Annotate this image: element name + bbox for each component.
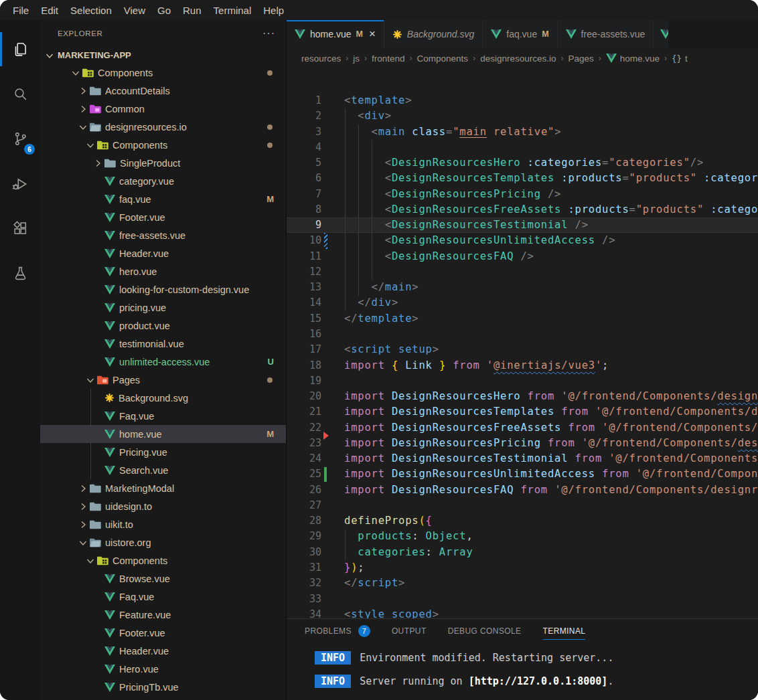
folder-icon xyxy=(90,483,101,493)
run-debug-icon xyxy=(11,175,29,193)
tree-item-uistore.org[interactable]: uistore.org xyxy=(40,533,286,551)
indent-guide xyxy=(358,124,359,296)
menu-go[interactable]: Go xyxy=(151,5,177,16)
vue-file-icon xyxy=(566,29,577,39)
breadcrumb-item[interactable]: resources xyxy=(301,54,341,64)
tree-item-product.vue[interactable]: product.vue xyxy=(40,317,286,335)
tree-item-free-assets.vue[interactable]: free-assets.vue xyxy=(40,226,286,244)
vue-file-icon xyxy=(104,466,115,475)
breadcrumb-separator: › xyxy=(599,54,601,63)
activity-source-control[interactable]: 6 xyxy=(0,116,40,161)
tree-item-faq.vue[interactable]: Faq.vue xyxy=(40,407,286,425)
panel-tab-terminal[interactable]: TERMINAL xyxy=(543,619,586,643)
git-modified-dot xyxy=(267,70,273,76)
code-line-25: 25import DesignResourcesUnlimitedAccess … xyxy=(287,466,758,482)
extensions-icon xyxy=(12,220,29,237)
tree-item-uikit.to[interactable]: uikit.to xyxy=(40,515,286,533)
menu-terminal[interactable]: Terminal xyxy=(208,5,258,16)
tree-item-home.vue[interactable]: home.vueM xyxy=(40,425,286,443)
folder-open-icon xyxy=(90,122,101,132)
panel-tab-debug-console[interactable]: DEBUG CONSOLE xyxy=(448,619,522,643)
git-status-badge: U xyxy=(268,357,274,367)
tree-item-footer.vue[interactable]: Footer.vue xyxy=(40,624,286,642)
line-number: 13 xyxy=(287,280,321,295)
tree-item-designresources.io[interactable]: designresources.io xyxy=(40,118,286,136)
tab-home.vue[interactable]: home.vueM× xyxy=(287,20,384,48)
explorer-sidebar: EXPLORER ··· MARKETING-APP ComponentsAcc… xyxy=(40,20,287,700)
terminal-output[interactable]: INFOEnvironment modified. Restarting ser… xyxy=(287,643,758,698)
modified-badge: M xyxy=(356,29,362,39)
tree-item-accountdetails[interactable]: AccountDetails xyxy=(40,82,286,100)
tree-item-browse.vue[interactable]: Browse.vue xyxy=(40,570,286,588)
tab-faq.vue[interactable]: faq.vueM xyxy=(483,20,557,48)
menu-file[interactable]: File xyxy=(7,5,35,16)
tree-item-components[interactable]: Components xyxy=(40,551,286,570)
activity-explorer[interactable] xyxy=(0,27,40,72)
tree-item-header.vue[interactable]: Header.vue xyxy=(40,642,286,660)
tree-item-feature.vue[interactable]: Feature.vue xyxy=(40,606,286,624)
tree-item-pricing.vue[interactable]: Pricing.vue xyxy=(40,443,286,461)
breadcrumb-item[interactable]: {}t xyxy=(672,54,688,64)
breadcrumb-item[interactable]: designresources.io xyxy=(480,54,556,64)
vue-file-icon xyxy=(104,683,115,692)
editor-tab-bar: home.vueM×Background.svgfaq.vueMfree-ass… xyxy=(287,20,758,48)
menu-view[interactable]: View xyxy=(118,5,151,16)
tree-item-footer.vue[interactable]: Footer.vue xyxy=(40,208,286,226)
tree-item-search.vue[interactable]: Search.vue xyxy=(40,461,286,479)
close-icon[interactable]: × xyxy=(369,30,376,38)
code-editor[interactable]: 1<template>2 <div>3 <main class="main re… xyxy=(287,68,758,618)
tree-item-common[interactable]: Common xyxy=(40,100,286,118)
tree-item-unlimited-access.vue[interactable]: unlimited-access.vueU xyxy=(40,353,286,371)
menu-selection[interactable]: Selection xyxy=(64,5,118,16)
project-section-header[interactable]: MARKETING-APP xyxy=(40,47,286,64)
tree-item-background.svg[interactable]: Background.svg xyxy=(40,389,286,407)
tree-item-faq.vue[interactable]: Faq.vue xyxy=(40,588,286,606)
more-actions-icon[interactable]: ··· xyxy=(262,30,275,37)
code-line-2: 2 <div> xyxy=(287,108,758,124)
menu-help[interactable]: Help xyxy=(257,5,290,16)
panel-tab-problems[interactable]: PROBLEMS7 xyxy=(305,619,370,643)
git-status-badge: M xyxy=(267,194,274,204)
tree-item-pricing.vue[interactable]: pricing.vue xyxy=(40,298,286,317)
tree-item-faq.vue[interactable]: faq.vueM xyxy=(40,190,286,208)
tab-free-assets.vue[interactable]: free-assets.vue xyxy=(558,20,654,48)
breadcrumb-item[interactable]: js xyxy=(353,54,360,64)
tree-item-category.vue[interactable]: category.vue xyxy=(40,172,286,190)
tree-item-singleproduct[interactable]: SingleProduct xyxy=(40,154,286,172)
breadcrumb-item[interactable]: frontend xyxy=(372,54,405,64)
code-line-32: 32</script> xyxy=(287,576,758,591)
breadcrumb-item[interactable]: home.vue xyxy=(606,54,660,64)
vue-file-icon xyxy=(104,448,115,457)
code-line-24: 24import DesignResourcesTestimonial from… xyxy=(287,451,758,466)
menu-run[interactable]: Run xyxy=(177,5,208,16)
tree-item-testimonial.vue[interactable]: testimonial.vue xyxy=(40,335,286,353)
tab-background.svg[interactable]: Background.svg xyxy=(384,20,483,48)
breadcrumb-item[interactable]: Pages xyxy=(568,54,593,64)
activity-testing[interactable] xyxy=(0,251,40,296)
vue-file-icon xyxy=(104,303,115,313)
menu-edit[interactable]: Edit xyxy=(35,5,64,16)
code-line-20: 20import DesignResourcesHero from '@/fro… xyxy=(287,389,758,404)
activity-run-and-debug[interactable] xyxy=(0,161,40,206)
activity-search[interactable] xyxy=(0,72,40,116)
tree-item-pricingtb.vue[interactable]: PricingTb.vue xyxy=(40,678,286,696)
tree-item-hero.vue[interactable]: hero.vue xyxy=(40,262,286,280)
tree-item-pages[interactable]: Pages xyxy=(40,371,286,389)
vue-file-icon xyxy=(104,574,115,584)
tree-item-components[interactable]: Components xyxy=(40,136,286,154)
tree-item-header.vue[interactable]: Header.vue xyxy=(40,244,286,262)
tab-partial[interactable] xyxy=(654,20,668,48)
breadcrumb-item[interactable]: Components xyxy=(417,54,469,64)
git-modified-dot xyxy=(267,377,273,383)
panel-tab-output[interactable]: OUTPUT xyxy=(392,619,427,643)
activity-extensions[interactable] xyxy=(0,206,40,251)
tree-item-uidesign.to[interactable]: uidesign.to xyxy=(40,497,286,515)
tree-item-looking-for-custom-design.vue[interactable]: looking-for-custom-design.vue xyxy=(40,280,286,298)
line-number: 22 xyxy=(287,420,321,436)
tree-item-components[interactable]: Components xyxy=(40,64,286,82)
code-line-10: 10 <DesignResourcesUnlimitedAccess /> xyxy=(287,233,758,248)
tree-item-marketingmodal[interactable]: MarketingModal xyxy=(40,479,286,497)
tree-item-hero.vue[interactable]: Hero.vue xyxy=(40,660,286,678)
breadcrumb-separator: › xyxy=(664,54,667,63)
modified-badge: M xyxy=(542,29,548,39)
